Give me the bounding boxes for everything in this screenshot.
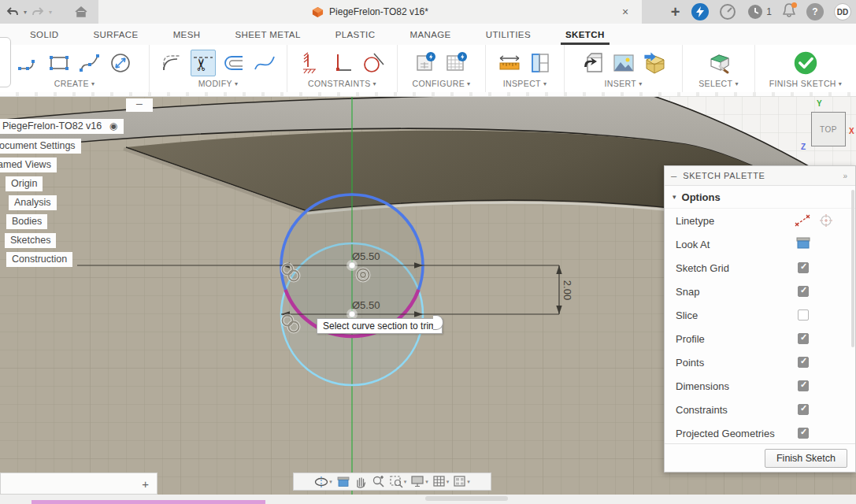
sketch-palette-header[interactable]: – SKETCH PALETTE » bbox=[665, 166, 855, 186]
circle-diameter-icon[interactable] bbox=[108, 50, 133, 76]
tab-plastic[interactable]: PLASTIC bbox=[335, 30, 376, 39]
points-checkbox[interactable] bbox=[798, 357, 809, 368]
configuration-icon[interactable] bbox=[413, 50, 439, 76]
construction-linetype-icon[interactable] bbox=[795, 213, 810, 228]
configure-dropdown-icon[interactable]: ▾ bbox=[467, 80, 470, 87]
palette-options-section[interactable]: ▾ Options bbox=[665, 186, 855, 209]
sketch-geometry[interactable] bbox=[281, 195, 423, 385]
dimension-top-diameter[interactable]: Ø5.50 bbox=[352, 250, 380, 262]
horizontal-scrollbar-thumb[interactable] bbox=[425, 496, 508, 501]
clipped-toolbar-button[interactable] bbox=[0, 37, 11, 87]
tab-solid[interactable]: SOLID bbox=[30, 30, 59, 39]
tab-utilities[interactable]: UTILITIES bbox=[486, 30, 531, 39]
inspect-dropdown-icon[interactable]: ▾ bbox=[543, 80, 547, 87]
display-settings-button[interactable]: ▾ bbox=[411, 476, 428, 487]
finish-sketch-dropdown-icon[interactable]: ▾ bbox=[839, 80, 842, 87]
timeline-bar[interactable]: + bbox=[0, 472, 157, 495]
group-label-select[interactable]: SELECT bbox=[699, 79, 732, 88]
look-at-button[interactable] bbox=[337, 476, 350, 487]
group-label-modify[interactable]: MODIFY bbox=[198, 79, 232, 88]
finish-sketch-icon[interactable] bbox=[793, 50, 818, 76]
redo-icon[interactable] bbox=[31, 6, 44, 17]
document-tab[interactable]: PiegeFrelon-TO82 v16* × bbox=[98, 0, 642, 24]
browser-root-item[interactable]: PiegeFrelon-TO82 v16 bbox=[0, 119, 107, 134]
slice-checkbox[interactable] bbox=[798, 309, 809, 321]
display-settings-dropdown-icon[interactable]: ▾ bbox=[425, 479, 428, 485]
profile-checkbox[interactable] bbox=[798, 333, 809, 344]
browser-item-construction[interactable]: Construction bbox=[6, 252, 72, 267]
browser-item-document-settings[interactable]: Document Settings bbox=[0, 139, 81, 154]
tangent-constraint-icon[interactable] bbox=[361, 50, 386, 76]
insert-mesh-icon[interactable] bbox=[642, 50, 667, 76]
avatar[interactable]: DD bbox=[834, 3, 851, 20]
viewports-dropdown-icon[interactable]: ▾ bbox=[467, 479, 470, 485]
extensions-icon[interactable] bbox=[719, 3, 736, 20]
redo-dropdown-icon[interactable]: ▾ bbox=[49, 9, 52, 16]
finish-sketch-button[interactable]: Finish Sketch bbox=[765, 449, 847, 468]
grid-snap-button[interactable]: ▾ bbox=[433, 476, 450, 487]
viewcube[interactable]: TOP bbox=[811, 112, 846, 146]
undo-icon[interactable] bbox=[6, 6, 19, 17]
group-label-inspect[interactable]: INSPECT bbox=[503, 79, 541, 88]
dimensions-checkbox[interactable] bbox=[798, 380, 809, 391]
help-icon[interactable]: ? bbox=[806, 3, 824, 20]
look-at-icon[interactable] bbox=[796, 237, 810, 250]
section-analysis-icon[interactable] bbox=[528, 50, 553, 76]
vertical-constraint-icon[interactable] bbox=[330, 50, 355, 76]
palette-dock-icon[interactable]: » bbox=[843, 172, 849, 180]
tab-manage[interactable]: MANAGE bbox=[409, 30, 450, 39]
configuration-table-icon[interactable] bbox=[444, 50, 469, 76]
rectangle-icon[interactable] bbox=[46, 50, 72, 76]
browser-item-bodies[interactable]: Bodies bbox=[6, 214, 47, 229]
offset-icon[interactable] bbox=[221, 50, 246, 76]
zoom-window-dropdown-icon[interactable]: ▾ bbox=[404, 479, 407, 485]
palette-scrollbar[interactable] bbox=[851, 190, 854, 347]
notifications-button[interactable] bbox=[782, 2, 796, 21]
constraints-dropdown-icon[interactable]: ▾ bbox=[373, 80, 376, 87]
constraints-checkbox[interactable] bbox=[798, 404, 809, 415]
pan-button[interactable] bbox=[354, 476, 367, 488]
canvas-image-icon[interactable] bbox=[611, 50, 636, 76]
projected-geometries-checkbox[interactable] bbox=[798, 428, 809, 439]
centerline-linetype-icon[interactable] bbox=[818, 213, 834, 228]
line-icon[interactable] bbox=[16, 50, 41, 76]
insert-dropdown-icon[interactable]: ▾ bbox=[639, 80, 642, 87]
modify-dropdown-icon[interactable]: ▾ bbox=[235, 80, 238, 87]
select-icon[interactable] bbox=[706, 50, 732, 76]
browser-item-analysis[interactable]: Analysis bbox=[9, 195, 57, 210]
dimension-vertical-distance[interactable]: 2.00 bbox=[561, 275, 573, 306]
snap-checkbox[interactable] bbox=[798, 286, 809, 297]
group-label-finish-sketch[interactable]: FINISH SKETCH bbox=[769, 79, 836, 88]
document-activate-icon[interactable]: ◉ bbox=[103, 119, 124, 134]
timeline-add-icon[interactable]: + bbox=[142, 477, 157, 491]
job-status-icon[interactable] bbox=[691, 3, 709, 20]
canvas-viewport[interactable]: Ø5.50 Ø5.50 2.00 – PiegeFrelon-TO82 v16 … bbox=[0, 97, 856, 495]
insert-derive-icon[interactable] bbox=[580, 50, 606, 76]
select-dropdown-icon[interactable]: ▾ bbox=[735, 80, 738, 87]
group-label-create[interactable]: CREATE bbox=[54, 79, 89, 88]
group-label-insert[interactable]: INSERT bbox=[604, 79, 636, 88]
zoom-button[interactable] bbox=[372, 475, 385, 488]
tab-sketch[interactable]: SKETCH bbox=[565, 30, 605, 39]
sketch-grid-checkbox[interactable] bbox=[798, 262, 809, 273]
fillet-icon[interactable] bbox=[160, 50, 185, 76]
measure-icon[interactable] bbox=[497, 50, 522, 76]
orbit-dropdown-icon[interactable]: ▾ bbox=[329, 479, 332, 485]
tab-sheet-metal[interactable]: SHEET METAL bbox=[235, 30, 300, 39]
dimension-bottom-diameter[interactable]: Ø5.50 bbox=[352, 299, 380, 311]
curve-icon[interactable] bbox=[252, 50, 277, 76]
undo-dropdown-icon[interactable]: ▾ bbox=[24, 9, 27, 16]
orbit-button[interactable]: ▾ bbox=[314, 476, 332, 488]
zoom-window-button[interactable]: ▾ bbox=[390, 476, 407, 488]
fix-constraint-icon[interactable] bbox=[299, 50, 324, 76]
grid-snap-dropdown-icon[interactable]: ▾ bbox=[447, 479, 450, 485]
spline-icon[interactable] bbox=[77, 50, 102, 76]
close-tab-icon[interactable]: × bbox=[618, 5, 632, 19]
browser-item-named-views[interactable]: Named Views bbox=[0, 158, 57, 172]
palette-minimize-icon[interactable]: – bbox=[671, 170, 676, 182]
tab-mesh[interactable]: MESH bbox=[173, 30, 201, 39]
browser-item-sketches[interactable]: Sketches bbox=[5, 233, 56, 248]
home-icon[interactable] bbox=[74, 6, 88, 18]
new-tab-icon[interactable]: + bbox=[671, 3, 680, 21]
browser-collapse-button[interactable]: – bbox=[126, 98, 153, 112]
